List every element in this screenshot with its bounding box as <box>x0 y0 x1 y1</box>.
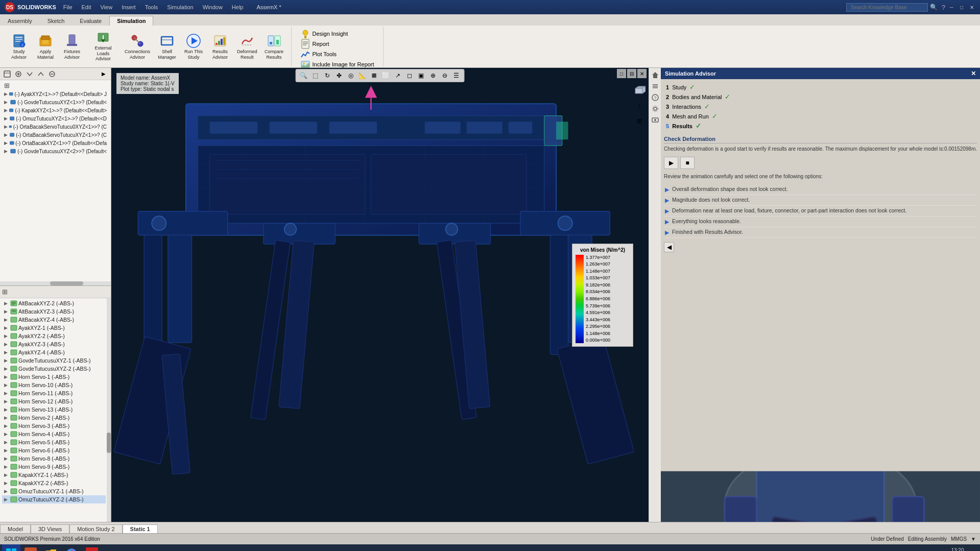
status-dropdown[interactable]: ▼ <box>971 536 976 542</box>
sim-item-kapak2[interactable]: ▶KapakXYZ-2 (-ABS-) <box>2 479 106 487</box>
external-loads-button[interactable]: External LoadsAdvisor <box>86 31 121 62</box>
top-tree-scroll[interactable]: ⊞ ▶(-) AyakXYZ<1>->? (Default<<Default> … <box>0 80 111 281</box>
tree-item-2[interactable]: ▶(-) KapakXYZ<1>->? (Default<<Default> <box>2 106 109 114</box>
vp-btn-appearance[interactable]: ↗ <box>392 70 403 81</box>
advisor-close-btn[interactable]: ✕ <box>971 70 976 77</box>
taskbar-app-folder[interactable] <box>41 544 61 551</box>
sim-item-govde2[interactable]: ▶GovdeTutucusuXYZ-2 (-ABS-) <box>2 365 106 373</box>
tree-item-6[interactable]: ▶(-) OrtaBacakXYZ<1>>? (Default<<Defa <box>2 139 109 147</box>
vp-btn-zoom[interactable]: 🔍 <box>298 70 309 81</box>
vp-btn-pan[interactable]: ✤ <box>333 70 345 81</box>
bottom-tree-scroll[interactable]: ▶AltBacakXYZ-2 (-ABS-) ▶AltBacakXYZ-3 (-… <box>0 298 111 522</box>
back-button[interactable]: ◀ <box>664 242 674 252</box>
option-deformation-near[interactable]: ▶ Deformation near at least one load, fi… <box>664 206 977 217</box>
tab-evaluate[interactable]: Evaluate <box>72 16 109 26</box>
rp-view-btn[interactable] <box>650 115 660 125</box>
vp-btn-section[interactable]: 📐 <box>357 70 368 81</box>
sim-item-horn12[interactable]: ▶Horn Servo-12 (-ABS-) <box>2 397 106 405</box>
tree-item-5[interactable]: ▶(-) OrtaBacakServoTutucuXYZ<1>>? (C <box>2 131 109 139</box>
sim-item-horn5[interactable]: ▶Horn Servo-5 (-ABS-) <box>2 438 106 446</box>
sim-item-ayak2[interactable]: ▶AyakXYZ-2 (-ABS-) <box>2 332 106 340</box>
apply-material-button[interactable]: ApplyMaterial <box>33 31 58 62</box>
toolbar-btn-3[interactable] <box>25 69 35 79</box>
sim-item-horn9[interactable]: ▶Horn Servo-9 (-ABS-) <box>2 463 106 471</box>
toolbar-btn-5[interactable] <box>47 69 57 79</box>
stop-button[interactable]: ■ <box>680 157 695 169</box>
tree-item-1[interactable]: ▶(-) GovdeTutucusuXYZ<1>>? (Default< <box>2 98 109 106</box>
vp-close-btn[interactable]: ✕ <box>637 69 647 78</box>
expand-panel-btn[interactable]: ▶ <box>99 69 109 79</box>
vp-btn-3d[interactable]: ◎ <box>345 70 356 81</box>
menu-window[interactable]: Window <box>199 3 227 11</box>
start-button[interactable] <box>2 544 20 551</box>
vp-btn-rotate[interactable]: ↻ <box>322 70 333 81</box>
search-icon[interactable]: 🔍 <box>930 4 938 11</box>
close-button[interactable]: ✕ <box>968 3 976 11</box>
rp-home-btn[interactable] <box>650 70 660 80</box>
minimize-button[interactable]: ─ <box>947 3 955 11</box>
sim-item-horn1[interactable]: ▶Horn Servo-1 (-ABS-) <box>2 373 106 381</box>
viewport[interactable]: Model name: AssemX Study name: Static 1(… <box>111 68 649 522</box>
taskbar-app-chrome[interactable] <box>61 544 82 551</box>
vp-btn-hide[interactable]: ⬜ <box>380 70 392 81</box>
tab-simulation[interactable]: Simulation <box>109 16 153 26</box>
menu-view[interactable]: View <box>96 3 116 11</box>
sim-item-horn4[interactable]: ▶Horn Servo-4 (-ABS-) <box>2 430 106 438</box>
tab-assembly[interactable]: Assembly <box>0 16 40 26</box>
shell-manager-button[interactable]: ShellManager <box>154 31 180 62</box>
view-perspective[interactable]: ⊞ <box>632 114 647 128</box>
play-button[interactable]: ▶ <box>664 157 678 169</box>
tab-static-1[interactable]: Static 1 <box>123 524 158 533</box>
toolbar-btn-2[interactable] <box>13 69 23 79</box>
sim-item-ayak3[interactable]: ▶AyakXYZ-3 (-ABS-) <box>2 340 106 348</box>
option-finished[interactable]: ▶ Finished with Results Advisor. <box>664 227 977 238</box>
menu-insert[interactable]: Insert <box>117 3 140 11</box>
vp-btn-camera[interactable]: ⊖ <box>439 70 450 81</box>
sim-item-horn10[interactable]: ▶Horn Servo-10 (-ABS-) <box>2 381 106 389</box>
rp-help-btn[interactable]: ? <box>650 92 660 103</box>
taskbar-app-h[interactable]: H <box>20 544 41 551</box>
menu-simulation[interactable]: Simulation <box>163 3 197 11</box>
sim-item-altbacak3[interactable]: ▶AltBacakXYZ-3 (-ABS-) <box>2 307 106 316</box>
menu-edit[interactable]: Edit <box>78 3 95 11</box>
tab-3dviews[interactable]: 3D Views <box>31 524 69 533</box>
fixtures-advisor-button[interactable]: FixturesAdvisor <box>59 31 85 62</box>
vp-btn-lights[interactable]: ▣ <box>416 70 427 81</box>
option-looks-reasonable[interactable]: ▶ Everything looks reasonable. <box>664 217 977 227</box>
study-advisor-button[interactable]: i StudyAdvisor <box>6 31 32 62</box>
report-button[interactable]: Report <box>297 39 378 49</box>
menu-tools[interactable]: Tools <box>141 3 162 11</box>
sim-item-altbacak4[interactable]: ▶AltBacakXYZ-4 (-ABS-) <box>2 316 106 324</box>
sim-item-horn2[interactable]: ▶Horn Servo-2 (-ABS-) <box>2 414 106 422</box>
connections-button[interactable]: ConnectionsAdvisor <box>122 31 153 62</box>
toolbar-btn-4[interactable] <box>36 69 46 79</box>
design-insight-button[interactable]: Design Insight <box>297 29 378 39</box>
vp-btn-scene[interactable]: ⊕ <box>427 70 439 81</box>
tree-item-0[interactable]: ▶(-) AyakXYZ<1>->? (Default<<Default> J <box>2 90 109 98</box>
orientation-cube[interactable] <box>632 83 647 98</box>
tree-item-3[interactable]: ▶(-) OmuzTutucuXYZ<1>->? (Default<<D <box>2 114 109 123</box>
taskbar-clock[interactable]: 13:20 06.04.2017 <box>945 547 970 551</box>
option-overall-deformation[interactable]: ▶ Overall deformation shape does not loo… <box>664 184 977 195</box>
tree-item-7[interactable]: ▶(-) GovdeTutucusuXYZ<2>>? (Default< <box>2 147 109 155</box>
tab-model[interactable]: Model <box>0 524 31 533</box>
deformed-result-button[interactable]: DeformedResult <box>234 31 260 62</box>
sim-item-horn11[interactable]: ▶Horn Servo-11 (-ABS-) <box>2 389 106 397</box>
sim-item-kapak1[interactable]: ▶KapakXYZ-1 (-ABS-) <box>2 471 106 479</box>
view-normal[interactable]: ↕ <box>632 99 647 113</box>
tree-item-4[interactable]: ▶(-) OrtaBacakServoTutucu0XYZ<1>>? (C <box>2 123 109 131</box>
sim-item-omuz2[interactable]: ▶OmuzTutucuXYZ-2 (-ABS-) <box>2 495 106 504</box>
menu-help[interactable]: Help <box>228 3 248 11</box>
plot-tools-button[interactable]: Plot Tools <box>297 49 378 59</box>
tab-motion-study-2[interactable]: Motion Study 2 <box>69 524 122 533</box>
rp-list-btn[interactable] <box>650 81 660 91</box>
tab-sketch[interactable]: Sketch <box>40 16 73 26</box>
vp-restore-btn[interactable]: ⊟ <box>627 69 636 78</box>
vp-btn-render[interactable]: ◻ <box>404 70 415 81</box>
sim-item-horn8[interactable]: ▶Horn Servo-8 (-ABS-) <box>2 454 106 463</box>
sim-item-omuz1[interactable]: ▶OmuzTutucuXYZ-1 (-ABS-) <box>2 487 106 495</box>
rp-settings-btn[interactable] <box>650 104 660 114</box>
vp-maximize-btn[interactable]: □ <box>617 69 626 78</box>
sim-item-ayak4[interactable]: ▶AyakXYZ-4 (-ABS-) <box>2 348 106 356</box>
toolbar-btn-1[interactable] <box>2 69 12 79</box>
